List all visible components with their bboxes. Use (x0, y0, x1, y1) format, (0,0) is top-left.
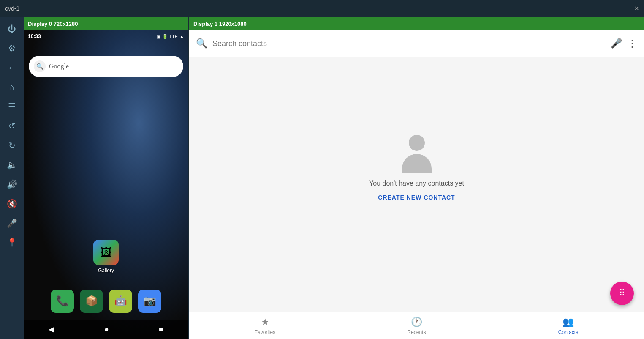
fab-icon: ⠿ (619, 288, 625, 299)
favorites-tab[interactable]: ★ Favorites (189, 312, 341, 339)
avatar-head (409, 135, 425, 151)
contacts-label: Contacts (558, 329, 578, 335)
contacts-app: 🔍 🎤 ⋮ You don't have any contacts yet CR… (189, 30, 644, 339)
more-options-icon[interactable]: ⋮ (627, 38, 637, 49)
google-search-icon: 🔍 (34, 60, 46, 72)
notification-icon: ▣ (156, 34, 160, 39)
gallery-label: Gallery (98, 268, 114, 273)
close-button[interactable]: × (634, 4, 639, 13)
avatar-body (402, 154, 432, 173)
sidebar: ⏻ ⚙ ← ⌂ ☰ ↺ ↻ 🔈 🔊 🔇 🎤 📍 (0, 17, 24, 339)
contacts-empty-state: You don't have any contacts yet CREATE N… (189, 57, 644, 312)
home-icon[interactable]: ⌂ (3, 79, 20, 96)
fdroid-app-icon[interactable]: 📦 (80, 290, 103, 313)
favorites-label: Favorites (255, 329, 275, 335)
phone-screen[interactable]: 10:33 ▣ 🔋 LTE ▲ 🔍 Google 🖼 Gallery (24, 30, 188, 339)
back-nav-button[interactable]: ◀ (49, 325, 54, 334)
phone-status-bar: 10:33 ▣ 🔋 LTE ▲ (24, 30, 188, 42)
recents-nav-button[interactable]: ■ (159, 325, 163, 334)
back-icon[interactable]: ← (3, 59, 20, 76)
create-contact-button[interactable]: CREATE NEW CONTACT (378, 194, 455, 201)
rotate-icon[interactable]: ↺ (3, 118, 20, 134)
refresh-icon[interactable]: ↻ (3, 137, 20, 154)
network-label: LTE (170, 34, 178, 39)
status-time: 10:33 (28, 33, 41, 39)
status-icons: ▣ 🔋 LTE ▲ (156, 34, 184, 39)
battery-icon: 🔋 (162, 34, 168, 39)
search-icon: 🔍 (196, 38, 207, 49)
contacts-search-bar[interactable]: 🔍 🎤 ⋮ (189, 30, 644, 57)
recents-label: Recents (407, 329, 426, 335)
contacts-icon: 👥 (562, 317, 574, 328)
mic-search-icon[interactable]: 🎤 (611, 38, 622, 49)
display1-panel: Display 1 1920x1080 🔍 🎤 ⋮ You don't ha (188, 17, 644, 339)
window-title: cvd-1 (5, 5, 19, 12)
mute-icon[interactable]: 🔇 (3, 195, 20, 212)
gallery-icon-image: 🖼 (93, 240, 119, 265)
google-label: Google (49, 63, 69, 70)
contacts-bottom-nav: ★ Favorites 🕐 Recents 👥 Contacts (189, 312, 644, 339)
volume-low-icon[interactable]: 🔈 (3, 156, 20, 173)
android-app-icon[interactable]: 🤖 (109, 290, 132, 313)
settings-icon[interactable]: ⚙ (3, 40, 20, 57)
gallery-app-icon[interactable]: 🖼 Gallery (93, 240, 119, 273)
title-bar: cvd-1 × (0, 0, 644, 17)
recents-tab[interactable]: 🕐 Recents (341, 312, 492, 339)
display0-header: Display 0 720x1280 (24, 17, 188, 30)
phone-search-bar[interactable]: 🔍 Google (29, 56, 183, 77)
contacts-tab[interactable]: 👥 Contacts (492, 312, 644, 339)
phone-app-icon[interactable]: 📞 (51, 290, 74, 313)
menu-icon[interactable]: ☰ (3, 98, 20, 115)
empty-avatar (398, 135, 436, 173)
phone-nav-bar: ◀ ● ■ (24, 320, 188, 339)
search-input[interactable] (212, 39, 606, 48)
home-nav-button[interactable]: ● (104, 325, 109, 334)
display0-panel: Display 0 720x1280 10:33 ▣ 🔋 LTE ▲ 🔍 Goo… (24, 17, 188, 339)
mic-icon[interactable]: 🎤 (3, 215, 20, 232)
fab-button[interactable]: ⠿ (610, 282, 634, 305)
empty-message: You don't have any contacts yet (369, 180, 464, 187)
signal-icon: ▲ (179, 34, 184, 39)
volume-icon[interactable]: 🔊 (3, 176, 20, 193)
location-icon[interactable]: 📍 (3, 234, 20, 251)
display1-header: Display 1 1920x1080 (189, 17, 644, 30)
camera-app-icon[interactable]: 📷 (138, 290, 161, 313)
power-icon[interactable]: ⏻ (3, 20, 20, 37)
phone-dock: 📞 📦 🤖 📷 (28, 284, 184, 318)
favorites-icon: ★ (261, 317, 269, 328)
recents-icon: 🕐 (411, 317, 422, 328)
